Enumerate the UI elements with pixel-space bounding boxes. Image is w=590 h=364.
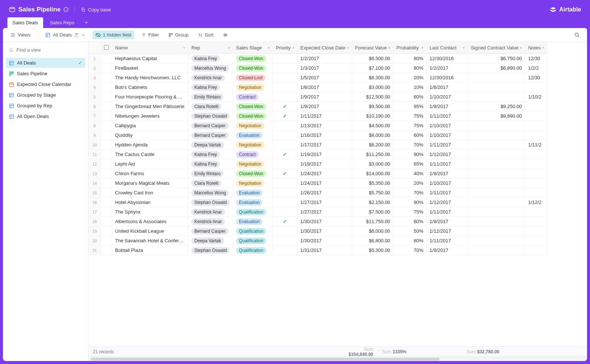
cell-last-contact[interactable]: 1/11/2017: [427, 111, 468, 121]
sidebar-view-grouped-by-rep[interactable]: Grouped by Rep: [6, 101, 85, 111]
cell-forecast[interactable]: $6,000.00: [352, 226, 393, 236]
cell-probability[interactable]: 95%: [393, 102, 427, 111]
sidebar-view-expected-close-calendar[interactable]: Expected Close Calendar: [6, 79, 85, 89]
row-checkbox[interactable]: [101, 140, 112, 150]
copy-base-button[interactable]: Copy base: [81, 7, 111, 13]
cell-forecast[interactable]: $3,000.00: [352, 83, 393, 92]
cell-forecast[interactable]: $7,100.00: [352, 63, 393, 73]
cell-stage[interactable]: Evaluation: [233, 131, 273, 140]
cell-last-contact[interactable]: 1/10/2017: [427, 121, 468, 131]
cell-stage[interactable]: Closed-Won: [233, 54, 273, 63]
cell-forecast[interactable]: $6,200.00: [352, 140, 393, 150]
row-checkbox[interactable]: [101, 83, 112, 92]
cell-notes[interactable]: [525, 226, 547, 236]
cell-notes[interactable]: 1/2/2: [525, 63, 547, 73]
cell-name[interactable]: Bob's Cabinets: [112, 83, 188, 92]
cell-name[interactable]: The Handy Henchwomen, LLC: [112, 73, 188, 83]
cell-notes[interactable]: [525, 217, 547, 226]
cell-forecast[interactable]: $7,500.00: [352, 207, 393, 217]
cell-priority[interactable]: ✓: [273, 150, 297, 159]
cell-priority[interactable]: [273, 54, 297, 63]
row-checkbox[interactable]: [101, 226, 112, 236]
cell-rep[interactable]: Bernard Casper: [188, 226, 233, 236]
row-checkbox[interactable]: [101, 111, 112, 121]
cell-rep[interactable]: Katina Frey: [188, 150, 233, 159]
cell-priority[interactable]: [273, 73, 297, 83]
cell-priority[interactable]: [273, 63, 297, 73]
cell-name[interactable]: Crowley Cast Iron: [112, 188, 188, 198]
col-header-forecast-value[interactable]: Forecast Value▾: [352, 42, 393, 54]
cell-stage[interactable]: Negotiation: [233, 83, 273, 92]
tab-sales-reps[interactable]: Sales Reps: [45, 17, 79, 28]
cell-forecast[interactable]: $5,750.00: [352, 188, 393, 198]
cell-notes[interactable]: [525, 83, 547, 92]
cell-priority[interactable]: [273, 226, 297, 236]
cell-priority[interactable]: [273, 236, 297, 246]
cell-notes[interactable]: [525, 131, 547, 140]
cell-forecast[interactable]: $12,500.00: [352, 92, 393, 102]
cell-probability[interactable]: 10%: [393, 83, 427, 92]
row-checkbox[interactable]: [101, 121, 112, 131]
cell-signed-value[interactable]: [468, 131, 525, 140]
cell-last-contact[interactable]: 1/10/2017: [427, 92, 468, 102]
cell-priority[interactable]: [273, 159, 297, 169]
sidebar-view-sales-pipeline[interactable]: Sales Pipeline: [6, 69, 85, 79]
cell-notes[interactable]: [525, 169, 547, 178]
col-checkbox[interactable]: [101, 42, 112, 54]
cell-signed-value[interactable]: [468, 226, 525, 236]
row-checkbox[interactable]: [101, 207, 112, 217]
cell-last-contact[interactable]: 1/10/2017: [427, 178, 468, 188]
cell-notes[interactable]: 1/10/2: [525, 92, 547, 102]
cell-last-contact[interactable]: 1/10/2017: [427, 131, 468, 140]
table-row[interactable]: 7Nibelungen JewelersStephan OswaldClosed…: [88, 111, 547, 121]
cell-last-contact[interactable]: 1/12/2017: [427, 226, 468, 236]
table-row[interactable]: 1Hephaestus CapitalKatina FreyClosed-Won…: [88, 54, 547, 63]
row-checkbox[interactable]: [101, 188, 112, 198]
cell-rep[interactable]: Clara Rotelli: [188, 178, 233, 188]
cell-stage[interactable]: Negotiation: [233, 140, 273, 150]
cell-signed-value[interactable]: [468, 121, 525, 131]
cell-stage[interactable]: Closed-Lost: [233, 73, 273, 83]
table-row[interactable]: 13Chiron FarmsEmily RintaroClosed-Won✓1/…: [88, 169, 547, 178]
sort-button[interactable]: Sort: [196, 31, 216, 39]
col-header-sales-stage[interactable]: Sales Stage▾: [233, 42, 273, 54]
cell-rep[interactable]: Bernard Casper: [188, 121, 233, 131]
cell-forecast[interactable]: $4,500.00: [352, 121, 393, 131]
row-checkbox[interactable]: [101, 198, 112, 207]
tab-sales-deals[interactable]: Sales Deals: [7, 17, 43, 28]
cell-notes[interactable]: 12/30: [525, 73, 547, 83]
cell-rep[interactable]: Deepa Vartak: [188, 236, 233, 246]
table-row[interactable]: 20The Savannah Hotel & Confere...Deepa V…: [88, 236, 547, 246]
cell-notes[interactable]: [525, 159, 547, 169]
cell-stage[interactable]: Evaluation: [233, 188, 273, 198]
cell-signed-value[interactable]: [468, 188, 525, 198]
grid-scroll[interactable]: Name▾Rep▾Sales Stage▾Priority▾Expected C…: [88, 42, 587, 346]
cell-priority[interactable]: ✓: [273, 102, 297, 111]
cell-close-date[interactable]: 1/6/2017: [298, 83, 352, 92]
cell-stage[interactable]: Evaluation: [233, 217, 273, 226]
cell-close-date[interactable]: 1/16/2017: [298, 131, 352, 140]
cell-rep[interactable]: Kendrick Anar: [188, 207, 233, 217]
cell-close-date[interactable]: 1/13/2017: [298, 121, 352, 131]
cell-probability[interactable]: 65%: [393, 159, 427, 169]
cell-last-contact[interactable]: 12/30/2016: [427, 73, 468, 83]
table-row[interactable]: 19United Kickball LeagueBernard CasperQu…: [88, 226, 547, 236]
cell-priority[interactable]: [273, 83, 297, 92]
cell-notes[interactable]: [525, 246, 547, 255]
cell-priority[interactable]: [273, 92, 297, 102]
tabs-dropdown[interactable]: [81, 18, 91, 28]
table-row[interactable]: 8CallipygiaBernard CasperNegotiation1/13…: [88, 121, 547, 131]
filter-button[interactable]: Filter: [139, 31, 161, 39]
cell-rep[interactable]: Marcellus Wong: [188, 63, 233, 73]
cell-stage[interactable]: Contract: [233, 150, 273, 159]
h-scrollbar-thumb[interactable]: [91, 358, 440, 361]
cell-name[interactable]: Albertsons & Associates: [112, 217, 188, 226]
row-checkbox[interactable]: [101, 102, 112, 111]
cell-signed-value[interactable]: [468, 246, 525, 255]
cell-probability[interactable]: 70%: [393, 140, 427, 150]
cell-signed-value[interactable]: [468, 236, 525, 246]
col-header-name[interactable]: Name▾: [112, 42, 188, 54]
cell-rep[interactable]: Katina Frey: [188, 54, 233, 63]
cell-close-date[interactable]: 1/27/2017: [298, 207, 352, 217]
cell-signed-value[interactable]: [468, 178, 525, 188]
